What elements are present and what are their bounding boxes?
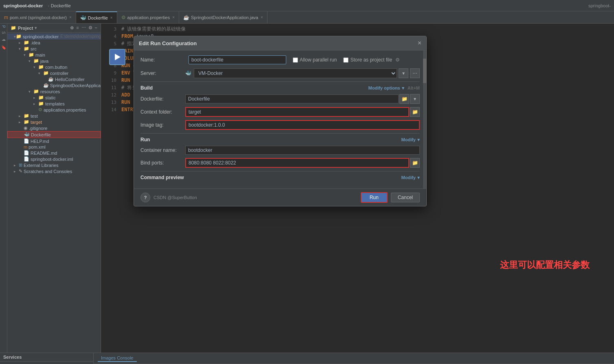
dialog-close-button[interactable]: × [418, 39, 421, 47]
images-console-tab[interactable]: Images Console [98, 355, 137, 362]
tree-item-dockerfile[interactable]: 🐳 Dockerfile [7, 131, 101, 138]
store-gear-icon[interactable]: ⚙ [395, 57, 400, 63]
tab-dockerfile-close[interactable]: × [110, 15, 113, 20]
tab-pom[interactable]: m pom.xml (springboot-docker) × [0, 11, 76, 24]
tree-item-readmemd[interactable]: 📄 README.md [7, 150, 101, 156]
build-section-header: Build Modify options ▾ Alt+M [140, 85, 420, 91]
context-folder-browse-btn[interactable]: 📁 [410, 107, 420, 117]
project-icon[interactable]: P [1, 25, 6, 28]
tree-item-src[interactable]: ▾ 📁 src [7, 46, 101, 52]
tree-item-hello-ctrl[interactable]: ☕ HelloController [7, 76, 101, 82]
tree-label-test: test [31, 114, 38, 118]
image-tag-input[interactable] [185, 120, 420, 130]
container-name-row: Container name: [140, 146, 420, 155]
tree-label-gitignore: .gitignore [29, 126, 47, 131]
tab-java-close[interactable]: × [261, 15, 263, 20]
run-modify-btn[interactable]: Modify ▾ [401, 137, 420, 143]
tree-label-java: java [40, 59, 48, 64]
run-config-button[interactable]: Run [361, 192, 388, 203]
tree-item-static[interactable]: ▸ 📁 static [7, 94, 101, 101]
run-triangle-icon [115, 54, 121, 60]
project-title: springboot-docker [3, 3, 43, 8]
gear-icon[interactable]: ⚙ [88, 25, 92, 31]
tree-item-scratches[interactable]: ▸ ✎ Scratches and Consoles [7, 168, 101, 174]
tree-item-pomxml[interactable]: m pom.xml [7, 144, 101, 150]
bookmark-icon[interactable]: 🔖 [1, 45, 6, 50]
docker-tab-icon: 🐳 [80, 15, 86, 21]
tree-item-com-button[interactable]: ▾ 📁 com.button [7, 64, 101, 70]
tree-item-main[interactable]: ▾ 📁 main [7, 52, 101, 58]
help-button[interactable]: ? [140, 193, 150, 202]
name-input[interactable] [189, 55, 286, 64]
expand-arrow-main: ▾ [24, 53, 29, 57]
tree-item-resources[interactable]: ▾ 📁 resources [7, 88, 101, 94]
cancel-button[interactable]: Cancel [391, 193, 420, 202]
server-more-btn[interactable]: ⋯ [410, 68, 420, 78]
expand-arrow-java: ▾ [29, 59, 33, 63]
src-folder-icon: 📁 [24, 46, 29, 51]
target-folder-icon: 📁 [24, 119, 29, 125]
tab-appprops-close[interactable]: × [172, 15, 175, 20]
tree-item-helpmd[interactable]: 📄 HELP.md [7, 138, 101, 144]
cmd-modify-btn[interactable]: Modify ▾ [401, 175, 420, 180]
tree-label-springboot-app: SpringbootDockerApplication [50, 83, 101, 88]
tree-item-java[interactable]: ▾ 📁 java [7, 58, 101, 64]
store-project-checkbox[interactable] [343, 57, 349, 63]
main-folder-icon: 📁 [29, 52, 34, 57]
dots-icon[interactable]: ⋯ [81, 25, 86, 31]
tree-item-appprops[interactable]: ⚙ application.properties [7, 107, 101, 113]
tree-item-test[interactable]: ▸ 📁 test [7, 113, 101, 119]
res-folder-icon: 📁 [33, 89, 39, 94]
divider-2 [140, 133, 420, 134]
expand-arrow-idea: ▸ [19, 41, 24, 45]
server-expand-btn[interactable]: ▾ [399, 68, 408, 78]
tab-dockerfile[interactable]: 🐳 Dockerfile × [76, 11, 117, 24]
project-folder-icon: 📁 [16, 34, 22, 39]
tree-item-iml[interactable]: 📄 springboot-docker.iml [7, 156, 101, 162]
tab-pom-close[interactable]: × [69, 15, 72, 20]
file-tree: ▾ 📁 springboot-docker E:\demo\docker\spr… [7, 33, 101, 353]
dialog-body: Name: Allow parallel run Store as projec… [134, 50, 426, 189]
bind-ports-input[interactable] [185, 158, 409, 168]
divider-3 [140, 171, 420, 171]
tree-label-target: target [31, 120, 42, 125]
dialog-title-label: Edit Run Configuration [139, 40, 418, 46]
expand-arrow-templates: ▸ [33, 102, 38, 106]
context-folder-input[interactable] [185, 107, 409, 117]
scratches-icon: ✎ [19, 169, 22, 174]
dialog-header: Edit Run Configuration × [134, 36, 426, 50]
tree-item-templates[interactable]: ▸ 📁 templates [7, 101, 101, 107]
tree-item-gitignore[interactable]: ◉ .gitignore [7, 125, 101, 131]
tab-java[interactable]: ☕ SpringbootDockerApplication.java × [179, 11, 268, 24]
tree-item-idea[interactable]: ▸ 📁 .idea [7, 39, 101, 46]
allow-parallel-checkbox[interactable] [293, 57, 298, 63]
minimize-icon[interactable]: − [95, 25, 97, 31]
tab-appprops[interactable]: ⚙ application.properties × [117, 11, 179, 24]
server-select[interactable]: VM-Docker [194, 68, 397, 78]
tree-item-controller[interactable]: ▾ 📁 controller [7, 70, 101, 76]
collapse-icon[interactable]: ≡ [76, 25, 79, 31]
dockerfile-input[interactable] [185, 94, 399, 103]
run-button-overlay[interactable] [109, 49, 125, 65]
tab-java-label: SpringbootDockerApplication.java [191, 15, 258, 20]
dockerfile-expand-btn[interactable]: ▾ [410, 94, 420, 104]
dockerfile-browse-btn[interactable]: 📁 [399, 94, 409, 104]
tree-item-springboot-docker[interactable]: ▾ 📁 springboot-docker E:\demo\docker\spr… [7, 33, 101, 39]
dockerfile-icon: 🐳 [24, 132, 30, 137]
com-folder-icon: 📁 [38, 64, 44, 70]
cloud-icon[interactable]: ☁ [1, 37, 6, 42]
container-name-input[interactable] [185, 146, 420, 155]
readmemd-icon: 📄 [24, 150, 29, 156]
locate-icon[interactable]: ⊕ [70, 25, 74, 31]
bind-ports-browse-btn[interactable]: 📁 [410, 158, 420, 168]
modify-options-btn[interactable]: Modify options ▾ Alt+M [368, 86, 420, 91]
expand-arrow-test: ▸ [19, 114, 24, 118]
tree-item-target[interactable]: ▸ 📁 target [7, 119, 101, 125]
tree-item-springboot-app[interactable]: ☕ SpringbootDockerApplication [7, 82, 101, 88]
dropdown-icon[interactable]: ▾ [35, 26, 37, 30]
structure-icon[interactable]: S [1, 31, 6, 34]
services-header: Services [0, 353, 93, 362]
dialog-scrollbar[interactable] [423, 50, 426, 189]
tree-label-idea: .idea [31, 40, 40, 45]
tree-item-ext-libs[interactable]: ▸ ⊞ External Libraries [7, 162, 101, 168]
